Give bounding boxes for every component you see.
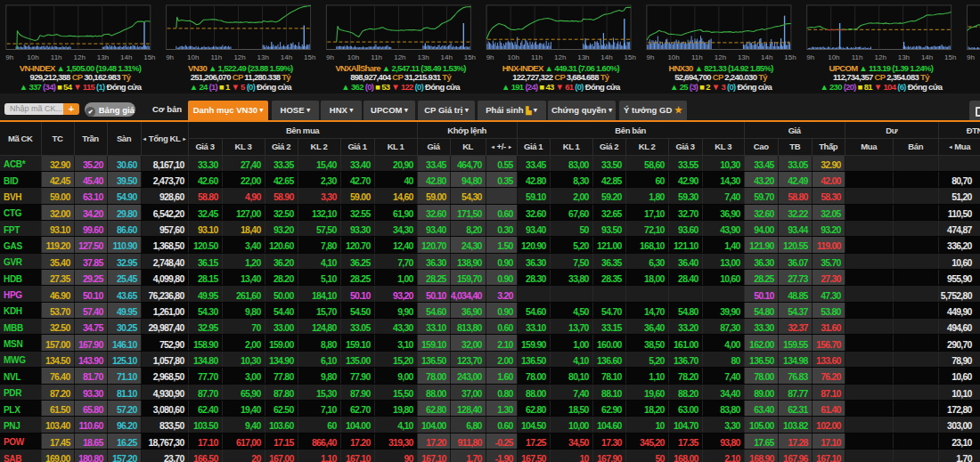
svg-text:251,206,070 CP 11,280.338 Tỷ: 251,206,070 CP 11,280.338 Tỷ: [191, 72, 292, 82]
svg-text:▲ 362 (0) ■ 53 ▼ 122 (0) Đóng: ▲ 362 (0) ■ 53 ▼ 122 (0) Đóng cửa: [341, 82, 461, 92]
svg-text:11h: 11h: [371, 53, 382, 61]
svg-text:VNXAllShare ▲ 2,547.11 (38.49: VNXAllShare ▲ 2,547.11 (38.49 1.53%): [335, 63, 466, 73]
svg-text:9h: 9h: [5, 53, 13, 61]
svg-text:15h: 15h: [464, 53, 476, 61]
svg-text:UPCOM ▲ 113.19 (1.39 1.24%): UPCOM ▲ 113.19 (1.39 1.24%): [829, 63, 934, 73]
svg-text:14h: 14h: [441, 53, 453, 61]
svg-text:13h: 13h: [898, 53, 910, 61]
svg-text:11h: 11h: [211, 53, 223, 61]
svg-text:15h: 15h: [143, 53, 155, 61]
svg-text:12h: 12h: [875, 53, 886, 61]
svg-text:112,734,357 CP 2,354.083 Tỷ: 112,734,357 CP 2,354.083 Tỷ: [833, 72, 930, 82]
svg-text:9h: 9h: [967, 53, 975, 61]
svg-text:12h: 12h: [394, 53, 405, 61]
svg-text:9h: 9h: [646, 53, 654, 61]
svg-text:52,694,700 CP 2,240.030 Tỷ: 52,694,700 CP 2,240.030 Tỷ: [674, 72, 768, 82]
svg-text:15h: 15h: [625, 53, 636, 61]
svg-text:HNX-INDEX ▲ 449.31 (7.06 1.60%: HNX-INDEX ▲ 449.31 (7.06 1.60%): [502, 63, 620, 73]
svg-text:898,927,404 CP 31,215.931 Tỷ: 898,927,404 CP 31,215.931 Tỷ: [350, 72, 452, 82]
svg-text:9h: 9h: [166, 53, 174, 61]
svg-text:15h: 15h: [944, 53, 956, 61]
svg-text:10h: 10h: [347, 53, 359, 61]
svg-text:9h: 9h: [326, 53, 334, 61]
svg-text:11h: 11h: [51, 53, 62, 61]
svg-text:10h: 10h: [667, 53, 679, 61]
svg-text:929,212,388 CP 30,162.983 Tỷ: 929,212,388 CP 30,162.983 Tỷ: [30, 72, 132, 82]
svg-text:122,727,322 CP 3,684.688 Tỷ: 122,727,322 CP 3,684.688 Tỷ: [512, 72, 610, 82]
svg-text:HNX30 ▲ 821.33 (14.92 1.85%): HNX30 ▲ 821.33 (14.92 1.85%): [669, 63, 774, 73]
svg-text:14h: 14h: [761, 53, 772, 61]
svg-text:10h: 10h: [187, 53, 199, 61]
svg-text:▲ 25 (3) ■ 2 ▼ 3 (0) Đóng cửa: ▲ 25 (3) ■ 2 ▼ 3 (0) Đóng cửa: [670, 82, 773, 92]
svg-text:VN-INDEX ▲ 1,505.00 (19.48 1.3: VN-INDEX ▲ 1,505.00 (19.48 1.31%): [20, 63, 142, 73]
svg-text:▲ 337 (34) ■ 54 ▼ 115 (1) Đóng: ▲ 337 (34) ■ 54 ▼ 115 (1) Đóng cửa: [20, 82, 143, 92]
svg-text:12h: 12h: [233, 53, 245, 61]
svg-text:12h: 12h: [74, 53, 86, 61]
svg-text:13h: 13h: [257, 53, 269, 61]
svg-text:14h: 14h: [921, 53, 933, 61]
svg-text:VN30 ▲ 1,522.49 (23.88 1.59%): VN30 ▲ 1,522.49 (23.88 1.59%): [188, 63, 293, 73]
svg-text:9h: 9h: [486, 53, 494, 61]
svg-text:9h: 9h: [806, 53, 814, 61]
svg-text:12h: 12h: [715, 53, 726, 61]
svg-text:13h: 13h: [577, 53, 589, 61]
svg-text:11h: 11h: [531, 53, 543, 61]
svg-text:▲ 191 (24) ■ 43 ▼ 61 (0) Đóng: ▲ 191 (24) ■ 43 ▼ 61 (0) Đóng cửa: [502, 82, 621, 92]
svg-text:13h: 13h: [97, 53, 109, 61]
svg-text:▲ 24 (1) ■ 1 ▼ 5 (0) Đóng cửa: ▲ 24 (1) ■ 1 ▼ 5 (0) Đóng cửa: [190, 82, 293, 92]
svg-text:10h: 10h: [828, 53, 839, 61]
svg-text:11h: 11h: [852, 53, 863, 61]
svg-text:13h: 13h: [738, 53, 749, 61]
svg-text:11h: 11h: [691, 53, 703, 61]
svg-text:▲ 230 (20) ■ 81 ▼ 104 (6) Đóng: ▲ 230 (20) ■ 81 ▼ 104 (6) Đóng cửa: [820, 82, 943, 92]
svg-text:10h: 10h: [27, 53, 38, 61]
svg-text:14h: 14h: [600, 53, 612, 61]
svg-text:10h: 10h: [508, 53, 519, 61]
svg-text:15h: 15h: [784, 53, 796, 61]
svg-text:14h: 14h: [120, 53, 132, 61]
svg-text:12h: 12h: [554, 53, 566, 61]
svg-text:13h: 13h: [417, 53, 429, 61]
svg-text:14h: 14h: [281, 53, 292, 61]
svg-text:15h: 15h: [304, 53, 315, 61]
